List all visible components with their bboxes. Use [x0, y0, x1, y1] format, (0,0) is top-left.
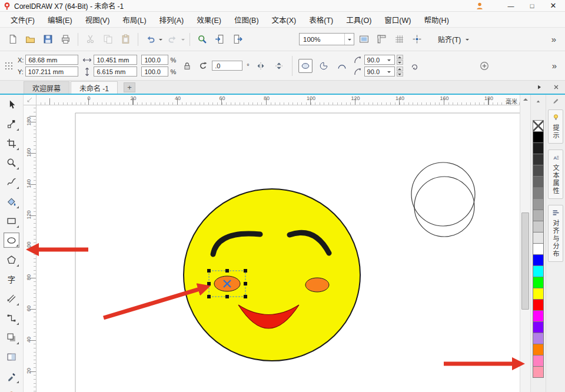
new-tab-button[interactable]: +	[124, 82, 135, 92]
menu-item-5[interactable]: 排列(A)	[153, 12, 191, 28]
color-swatch-17[interactable]	[533, 310, 544, 322]
color-swatch-12[interactable]	[533, 254, 544, 266]
color-swatch-16[interactable]	[533, 299, 544, 311]
menu-item-4[interactable]: 布局(L)	[116, 12, 152, 28]
snap-options-button[interactable]	[409, 31, 425, 47]
property-bar-overflow-button[interactable]: »	[548, 61, 561, 71]
width-input[interactable]: 10.451 mm	[94, 55, 137, 65]
docker-tab-3[interactable]: 对齐与分布	[548, 205, 563, 262]
menu-item-1[interactable]: 文件(F)	[4, 12, 41, 28]
selection-handle[interactable]	[207, 282, 211, 285]
ruler-origin[interactable]	[24, 95, 36, 105]
spin-down-icon[interactable]	[397, 72, 403, 77]
color-swatch-2[interactable]	[533, 142, 544, 154]
document-tab-1[interactable]: 欢迎屏幕	[24, 81, 69, 94]
user-account-icon[interactable]	[476, 2, 484, 10]
show-rulers-button[interactable]	[374, 31, 390, 47]
polygon-tool[interactable]	[4, 252, 19, 267]
chevron-down-icon[interactable]	[387, 55, 392, 64]
mirror-vertical-button[interactable]	[272, 59, 286, 73]
color-swatch-13[interactable]	[533, 265, 544, 277]
expand-right-icon[interactable]	[536, 84, 543, 91]
menu-item-12[interactable]: 帮助(H)	[417, 12, 455, 28]
docker-tab-1[interactable]: 提示	[548, 109, 563, 144]
scale-v-input[interactable]: 100.0	[141, 67, 168, 77]
change-direction-button[interactable]	[407, 59, 421, 73]
menu-item-9[interactable]: 表格(T)	[303, 12, 340, 28]
end-angle-spinner[interactable]	[397, 67, 403, 77]
selection-handle[interactable]	[244, 295, 247, 298]
start-angle-input[interactable]: 90.0	[364, 55, 395, 65]
color-swatch-6[interactable]	[533, 187, 544, 199]
x-position-input[interactable]: 68.68 mm	[25, 55, 78, 65]
snap-to-menu-button[interactable]: 贴齐(T)	[434, 32, 474, 46]
chevron-down-icon[interactable]	[180, 31, 185, 47]
text-tool[interactable]: 字	[4, 271, 19, 287]
drawing-canvas[interactable]	[36, 105, 520, 392]
print-button[interactable]	[58, 31, 74, 47]
cut-button[interactable]	[82, 31, 98, 47]
transparency-tool[interactable]	[4, 349, 19, 364]
color-swatch-10[interactable]	[533, 232, 544, 244]
freehand-tool[interactable]	[4, 174, 19, 190]
open-button[interactable]	[22, 31, 38, 47]
selection-handle[interactable]	[207, 269, 211, 273]
selection-handle[interactable]	[244, 269, 247, 273]
pie-mode-button[interactable]	[317, 59, 331, 73]
smiley-face-circle[interactable]	[184, 189, 360, 361]
docker-tab-2[interactable]: A文本属性	[548, 150, 563, 199]
show-grid-button[interactable]	[391, 31, 407, 47]
mirror-horizontal-button[interactable]	[254, 59, 268, 73]
menu-item-11[interactable]: 窗口(W)	[378, 12, 417, 28]
color-swatch-19[interactable]	[533, 333, 544, 344]
menu-item-3[interactable]: 视图(V)	[79, 12, 117, 28]
spin-up-icon[interactable]	[397, 67, 403, 71]
right-cheek-ellipse[interactable]	[305, 278, 329, 292]
crop-tool[interactable]	[4, 135, 19, 151]
undo-button[interactable]	[142, 31, 158, 47]
rectangle-tool[interactable]	[4, 213, 19, 228]
spin-down-icon[interactable]	[397, 60, 403, 65]
no-color-swatch[interactable]	[533, 120, 544, 132]
y-position-input[interactable]: 107.211 mm	[25, 67, 78, 77]
connector-tool[interactable]	[4, 310, 19, 325]
pick-tool[interactable]	[4, 97, 19, 112]
parallel-dimension-tool[interactable]	[4, 291, 19, 306]
redo-button[interactable]	[165, 31, 181, 47]
color-swatch-15[interactable]	[533, 288, 544, 300]
start-angle-spinner[interactable]	[397, 55, 403, 65]
chevron-down-icon[interactable]	[387, 67, 392, 76]
menu-item-2[interactable]: 编辑(E)	[41, 12, 79, 28]
chevron-down-icon[interactable]	[158, 31, 163, 47]
color-swatch-14[interactable]	[533, 277, 544, 288]
color-swatch-11[interactable]	[533, 243, 544, 255]
scale-h-input[interactable]: 100.0	[141, 55, 168, 65]
menu-item-6[interactable]: 效果(E)	[190, 12, 228, 28]
color-swatch-8[interactable]	[533, 210, 544, 221]
selection-handle[interactable]	[207, 295, 211, 298]
edit-docker-icon[interactable]	[552, 97, 560, 105]
outline-circle-top[interactable]	[411, 162, 475, 226]
color-swatch-1[interactable]	[533, 131, 544, 143]
interactive-fill-tool[interactable]	[4, 388, 19, 392]
palette-scroll-up-icon[interactable]	[531, 98, 546, 105]
close-docker-icon[interactable]	[553, 84, 560, 91]
paste-button[interactable]	[118, 31, 134, 47]
document-tab-2[interactable]: 未命名 -1	[71, 81, 118, 94]
fullscreen-preview-button[interactable]	[356, 31, 372, 47]
more-options-button[interactable]	[477, 59, 491, 73]
chevron-down-icon[interactable]	[344, 34, 354, 45]
vertical-scrollbar[interactable]	[520, 95, 530, 392]
selection-handle[interactable]	[244, 282, 247, 285]
eyedropper-tool[interactable]	[4, 368, 19, 384]
color-swatch-20[interactable]	[533, 344, 544, 356]
color-swatch-18[interactable]	[533, 321, 544, 333]
zoom-tool[interactable]	[4, 155, 19, 170]
export-button[interactable]	[230, 31, 245, 47]
zoom-level-select[interactable]: 100%	[299, 33, 354, 45]
copy-button[interactable]	[100, 31, 116, 47]
color-swatch-4[interactable]	[533, 165, 544, 177]
close-button[interactable]: ✕	[543, 0, 564, 11]
new-document-button[interactable]	[5, 31, 21, 47]
arc-mode-button[interactable]	[335, 59, 349, 73]
